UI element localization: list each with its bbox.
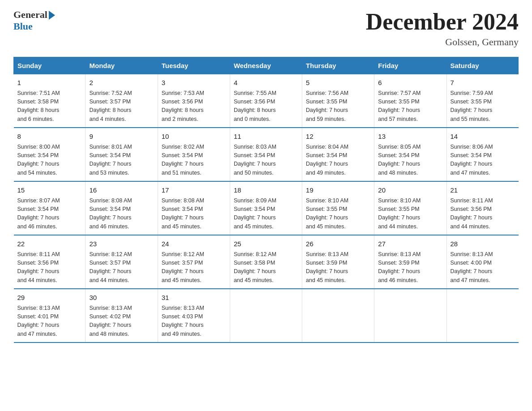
day-info: Sunrise: 8:12 AM Sunset: 3:57 PM Dayligh…	[89, 250, 154, 285]
day-info: Sunrise: 8:13 AM Sunset: 4:03 PM Dayligh…	[162, 304, 226, 339]
day-number: 20	[378, 185, 442, 196]
calendar-cell: 17Sunrise: 8:08 AM Sunset: 3:54 PM Dayli…	[158, 181, 230, 235]
day-info: Sunrise: 8:07 AM Sunset: 3:54 PM Dayligh…	[17, 197, 82, 231]
column-header-sunday: Sunday	[14, 57, 86, 74]
calendar-cell: 15Sunrise: 8:07 AM Sunset: 3:54 PM Dayli…	[14, 181, 86, 235]
day-info: Sunrise: 8:11 AM Sunset: 3:56 PM Dayligh…	[450, 197, 515, 231]
day-number: 1	[17, 78, 82, 88]
day-info: Sunrise: 8:03 AM Sunset: 3:54 PM Dayligh…	[234, 143, 298, 178]
calendar-cell: 10Sunrise: 8:02 AM Sunset: 3:54 PM Dayli…	[158, 128, 230, 181]
day-number: 2	[89, 78, 154, 88]
day-info: Sunrise: 8:13 AM Sunset: 4:00 PM Dayligh…	[450, 250, 515, 285]
calendar-cell: 2Sunrise: 7:52 AM Sunset: 3:57 PM Daylig…	[86, 74, 158, 128]
day-number: 25	[234, 239, 298, 249]
day-number: 3	[162, 78, 226, 88]
calendar-cell: 16Sunrise: 8:08 AM Sunset: 3:54 PM Dayli…	[86, 181, 158, 235]
logo-arrow-icon	[49, 11, 55, 20]
calendar-cell	[374, 289, 446, 342]
day-number: 22	[17, 239, 82, 249]
day-number: 10	[162, 132, 226, 142]
calendar-cell: 18Sunrise: 8:09 AM Sunset: 3:54 PM Dayli…	[230, 181, 302, 235]
day-number: 18	[234, 185, 298, 196]
day-info: Sunrise: 8:11 AM Sunset: 3:56 PM Dayligh…	[17, 250, 82, 285]
day-number: 26	[306, 239, 370, 249]
column-header-friday: Friday	[374, 57, 446, 74]
day-info: Sunrise: 8:09 AM Sunset: 3:54 PM Dayligh…	[234, 197, 298, 231]
day-info: Sunrise: 8:12 AM Sunset: 3:57 PM Dayligh…	[162, 250, 226, 285]
calendar-header-row: SundayMondayTuesdayWednesdayThursdayFrid…	[14, 57, 519, 74]
calendar-cell: 9Sunrise: 8:01 AM Sunset: 3:54 PM Daylig…	[86, 128, 158, 181]
column-header-tuesday: Tuesday	[158, 57, 230, 74]
column-header-saturday: Saturday	[446, 57, 519, 74]
day-info: Sunrise: 8:10 AM Sunset: 3:55 PM Dayligh…	[378, 197, 442, 231]
day-info: Sunrise: 7:53 AM Sunset: 3:56 PM Dayligh…	[162, 89, 226, 124]
day-info: Sunrise: 8:00 AM Sunset: 3:54 PM Dayligh…	[17, 143, 82, 178]
calendar-cell: 3Sunrise: 7:53 AM Sunset: 3:56 PM Daylig…	[158, 74, 230, 128]
day-number: 30	[89, 293, 154, 303]
day-number: 7	[450, 78, 515, 88]
calendar-cell: 27Sunrise: 8:13 AM Sunset: 3:59 PM Dayli…	[374, 235, 446, 289]
calendar-cell: 20Sunrise: 8:10 AM Sunset: 3:55 PM Dayli…	[374, 181, 446, 235]
day-info: Sunrise: 8:08 AM Sunset: 3:54 PM Dayligh…	[89, 197, 154, 231]
day-info: Sunrise: 7:56 AM Sunset: 3:55 PM Dayligh…	[306, 89, 370, 124]
page-title: December 2024	[366, 9, 519, 34]
day-info: Sunrise: 7:55 AM Sunset: 3:56 PM Dayligh…	[234, 89, 298, 124]
calendar-cell: 5Sunrise: 7:56 AM Sunset: 3:55 PM Daylig…	[302, 74, 374, 128]
day-number: 16	[89, 185, 154, 196]
day-number: 17	[162, 185, 226, 196]
calendar-cell: 13Sunrise: 8:05 AM Sunset: 3:54 PM Dayli…	[374, 128, 446, 181]
calendar-cell: 30Sunrise: 8:13 AM Sunset: 4:02 PM Dayli…	[86, 289, 158, 342]
logo: General Blue	[13, 9, 55, 32]
day-number: 21	[450, 185, 515, 196]
calendar-cell: 12Sunrise: 8:04 AM Sunset: 3:54 PM Dayli…	[302, 128, 374, 181]
day-number: 14	[450, 132, 515, 142]
day-number: 23	[89, 239, 154, 249]
week-row-5: 29Sunrise: 8:13 AM Sunset: 4:01 PM Dayli…	[14, 289, 519, 342]
calendar-cell	[230, 289, 302, 342]
calendar-cell: 7Sunrise: 7:59 AM Sunset: 3:55 PM Daylig…	[446, 74, 519, 128]
week-row-2: 8Sunrise: 8:00 AM Sunset: 3:54 PM Daylig…	[14, 128, 519, 181]
calendar-cell: 21Sunrise: 8:11 AM Sunset: 3:56 PM Dayli…	[446, 181, 519, 235]
calendar-cell: 26Sunrise: 8:13 AM Sunset: 3:59 PM Dayli…	[302, 235, 374, 289]
calendar-table: SundayMondayTuesdayWednesdayThursdayFrid…	[13, 57, 519, 343]
day-info: Sunrise: 8:02 AM Sunset: 3:54 PM Dayligh…	[162, 143, 226, 178]
calendar-cell	[446, 289, 519, 342]
logo-general-text: General	[13, 9, 47, 21]
day-number: 15	[17, 185, 82, 196]
calendar-cell: 8Sunrise: 8:00 AM Sunset: 3:54 PM Daylig…	[14, 128, 86, 181]
calendar-cell: 22Sunrise: 8:11 AM Sunset: 3:56 PM Dayli…	[14, 235, 86, 289]
day-info: Sunrise: 8:13 AM Sunset: 3:59 PM Dayligh…	[378, 250, 442, 285]
calendar-cell: 28Sunrise: 8:13 AM Sunset: 4:00 PM Dayli…	[446, 235, 519, 289]
day-number: 11	[234, 132, 298, 142]
column-header-monday: Monday	[86, 57, 158, 74]
week-row-1: 1Sunrise: 7:51 AM Sunset: 3:58 PM Daylig…	[14, 74, 519, 128]
day-number: 8	[17, 132, 82, 142]
calendar-cell	[302, 289, 374, 342]
day-number: 12	[306, 132, 370, 142]
day-number: 31	[162, 293, 226, 303]
page-header: General Blue December 2024 Golssen, Germ…	[13, 9, 519, 48]
calendar-cell: 25Sunrise: 8:12 AM Sunset: 3:58 PM Dayli…	[230, 235, 302, 289]
day-info: Sunrise: 8:10 AM Sunset: 3:55 PM Dayligh…	[306, 197, 370, 231]
day-number: 4	[234, 78, 298, 88]
calendar-cell: 4Sunrise: 7:55 AM Sunset: 3:56 PM Daylig…	[230, 74, 302, 128]
day-number: 27	[378, 239, 442, 249]
day-number: 9	[89, 132, 154, 142]
week-row-4: 22Sunrise: 8:11 AM Sunset: 3:56 PM Dayli…	[14, 235, 519, 289]
title-area: December 2024 Golssen, Germany	[366, 9, 519, 48]
day-number: 28	[450, 239, 515, 249]
day-info: Sunrise: 8:13 AM Sunset: 4:01 PM Dayligh…	[17, 304, 82, 339]
calendar-cell: 11Sunrise: 8:03 AM Sunset: 3:54 PM Dayli…	[230, 128, 302, 181]
day-number: 13	[378, 132, 442, 142]
day-number: 19	[306, 185, 370, 196]
column-header-thursday: Thursday	[302, 57, 374, 74]
calendar-cell: 6Sunrise: 7:57 AM Sunset: 3:55 PM Daylig…	[374, 74, 446, 128]
day-info: Sunrise: 8:13 AM Sunset: 4:02 PM Dayligh…	[89, 304, 154, 339]
day-number: 29	[17, 293, 82, 303]
calendar-cell: 23Sunrise: 8:12 AM Sunset: 3:57 PM Dayli…	[86, 235, 158, 289]
day-info: Sunrise: 8:04 AM Sunset: 3:54 PM Dayligh…	[306, 143, 370, 178]
day-info: Sunrise: 7:59 AM Sunset: 3:55 PM Dayligh…	[450, 89, 515, 124]
day-info: Sunrise: 7:57 AM Sunset: 3:55 PM Dayligh…	[378, 89, 442, 124]
calendar-cell: 29Sunrise: 8:13 AM Sunset: 4:01 PM Dayli…	[14, 289, 86, 342]
column-header-wednesday: Wednesday	[230, 57, 302, 74]
